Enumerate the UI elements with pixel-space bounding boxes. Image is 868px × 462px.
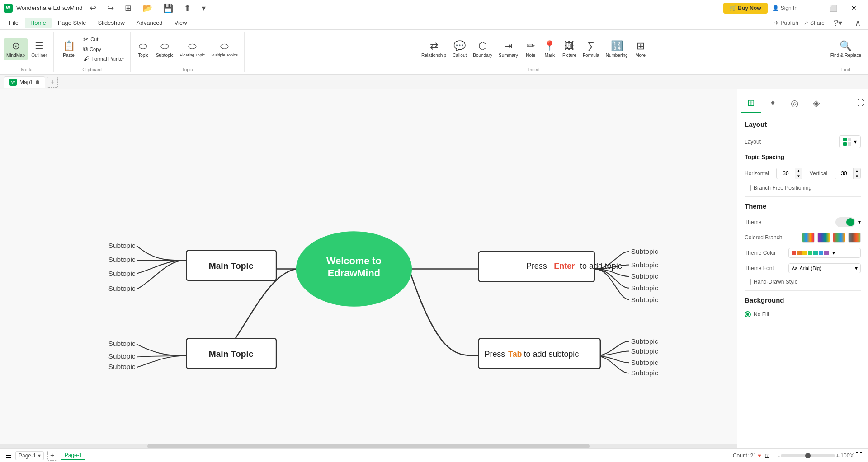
no-fill-row[interactable]: No Fill: [745, 311, 861, 317]
h-increment-button[interactable]: ▲: [795, 168, 802, 173]
note-button[interactable]: ✏ Note: [522, 38, 540, 60]
subtopic-button[interactable]: ⬭ Subtopic: [153, 38, 176, 60]
menu-page-style[interactable]: Page Style: [52, 18, 92, 28]
numbering-icon: 🔢: [611, 40, 623, 52]
vertical-value[interactable]: [835, 169, 853, 178]
branch-free-checkbox[interactable]: [745, 185, 751, 191]
color-4: [808, 251, 812, 255]
zoom-slider[interactable]: [781, 454, 835, 457]
vertical-label: Vertical: [810, 170, 827, 177]
layout-panel-tab[interactable]: ⊞: [741, 93, 761, 113]
help-button[interactable]: ?▾: [830, 16, 846, 30]
colored-branch-1[interactable]: [802, 233, 815, 243]
style-panel-tab[interactable]: ✦: [763, 93, 783, 113]
formula-icon: ∑: [588, 40, 595, 52]
hand-drawn-row[interactable]: Hand-Drawn Style: [745, 279, 861, 285]
colored-branch-3[interactable]: [833, 233, 845, 243]
callout-button[interactable]: 💬 Callout: [450, 38, 469, 60]
more-button[interactable]: ▾: [198, 1, 209, 15]
copy-button[interactable]: ⧉ Copy: [81, 44, 127, 54]
theme-colors-preview: [792, 251, 829, 255]
svg-text:Subtopic: Subtopic: [108, 270, 136, 277]
floating-topic-button[interactable]: ⬭ Floating Topic: [177, 38, 208, 60]
multiple-topics-button[interactable]: ⬭ Multiple Topics: [208, 38, 241, 60]
menu-advanced[interactable]: Advanced: [131, 18, 168, 28]
horizontal-value[interactable]: [777, 169, 795, 178]
formula-button[interactable]: ∑ Formula: [580, 38, 602, 60]
topic-button[interactable]: ⬭ Topic: [134, 38, 152, 60]
zoom-out-button[interactable]: -: [778, 452, 780, 459]
find-replace-icon: 🔍: [840, 40, 852, 52]
svg-text:Subtopic: Subtopic: [108, 363, 136, 370]
redo-button[interactable]: ↪: [104, 1, 118, 15]
v-increment-button[interactable]: ▲: [853, 168, 860, 173]
colored-branch-2[interactable]: [817, 233, 830, 243]
zoom-in-button[interactable]: +: [836, 452, 840, 459]
relationship-button[interactable]: ⇄ Relationship: [419, 38, 449, 60]
fullscreen-button[interactable]: ⛶: [855, 452, 863, 460]
copy-icon: ⧉: [83, 45, 88, 53]
menu-home[interactable]: Home: [25, 18, 52, 28]
export-button[interactable]: ⬆: [180, 1, 194, 15]
sidebar-toggle-button[interactable]: ☰: [5, 451, 12, 460]
expand-icon[interactable]: ⛶: [857, 99, 864, 107]
mindmap-button[interactable]: ⊙ MindMap: [4, 38, 28, 60]
no-fill-radio[interactable]: [745, 311, 751, 317]
undo-button[interactable]: ↩: [86, 1, 100, 15]
new-tab-button[interactable]: ⊞: [121, 1, 135, 15]
add-page-button[interactable]: +: [47, 451, 57, 461]
vertical-spacing-input[interactable]: ▲ ▼: [835, 168, 861, 179]
theme-font-selector[interactable]: Aa Arial (Big) ▾: [788, 263, 861, 273]
summary-button[interactable]: ⇥ Summary: [496, 38, 521, 60]
save-button[interactable]: 💾: [160, 1, 177, 15]
horizontal-scrollbar[interactable]: [0, 444, 737, 448]
publish-button[interactable]: ✈ Publish: [774, 20, 798, 26]
branch-free-row[interactable]: Branch Free Positioning: [745, 185, 861, 191]
sign-in-button[interactable]: 👤 Sign In: [772, 5, 797, 11]
find-replace-button[interactable]: 🔍 Find & Replace: [828, 38, 864, 60]
divider: [774, 452, 774, 459]
minimize-button[interactable]: —: [802, 0, 823, 16]
outliner-button[interactable]: ☰ Outliner: [28, 38, 50, 60]
share-button[interactable]: ↗ Share: [804, 20, 825, 26]
picture-icon: 🖼: [564, 40, 574, 52]
hand-drawn-checkbox[interactable]: [745, 279, 751, 285]
active-page-tab[interactable]: Page-1: [61, 451, 86, 460]
svg-text:Subtopic: Subtopic: [108, 242, 136, 249]
h-decrement-button[interactable]: ▼: [795, 173, 802, 179]
cut-button[interactable]: ✂ Cut: [81, 35, 127, 44]
theme-toggle[interactable]: [835, 217, 855, 227]
mode-group-items: ⊙ MindMap ☰ Outliner: [4, 32, 50, 66]
horizontal-spacing-input[interactable]: ▲ ▼: [776, 168, 802, 179]
add-tab-button[interactable]: +: [47, 77, 58, 88]
numbering-button[interactable]: 🔢 Numbering: [603, 38, 631, 60]
maximize-button[interactable]: ⬜: [823, 0, 844, 16]
open-button[interactable]: 📂: [139, 1, 156, 15]
format-painter-button[interactable]: 🖌 Format Painter: [81, 54, 127, 63]
paste-button[interactable]: 📋 Paste: [57, 38, 80, 60]
close-button[interactable]: ✕: [844, 0, 864, 16]
boundary-button[interactable]: ⬡ Boundary: [470, 38, 495, 60]
theme-dropdown-arrow[interactable]: ▾: [858, 219, 861, 225]
picture-button[interactable]: 🖼 Picture: [560, 38, 579, 60]
theme-panel-tab[interactable]: ◎: [784, 93, 804, 113]
mark-button[interactable]: 📍 Mark: [541, 38, 559, 60]
buy-now-button[interactable]: 🛒 Buy Now: [723, 3, 768, 14]
scrollbar-thumb[interactable]: [147, 444, 590, 448]
grid-view-button[interactable]: ⊡: [764, 452, 770, 459]
page-dropdown[interactable]: Page-1 ▾: [15, 451, 44, 460]
color-6: [819, 251, 823, 255]
collapse-ribbon-button[interactable]: ∧: [851, 16, 864, 30]
v-decrement-button[interactable]: ▼: [853, 173, 860, 179]
theme-color-selector[interactable]: ▾: [788, 248, 861, 258]
more-button[interactable]: ⊞ More: [632, 38, 650, 60]
menu-view[interactable]: View: [169, 18, 193, 28]
layout-selector[interactable]: ▾: [839, 135, 861, 148]
map1-tab[interactable]: W Map1: [4, 76, 45, 88]
svg-text:Main Topic: Main Topic: [209, 261, 254, 271]
canvas-area[interactable]: Welcome to EdrawMind Main Topic Main Top…: [0, 89, 737, 448]
colored-branch-4[interactable]: [848, 233, 861, 243]
menu-file[interactable]: File: [4, 18, 24, 28]
menu-slideshow[interactable]: Slideshow: [93, 18, 130, 28]
advanced-panel-tab[interactable]: ◈: [806, 93, 826, 113]
